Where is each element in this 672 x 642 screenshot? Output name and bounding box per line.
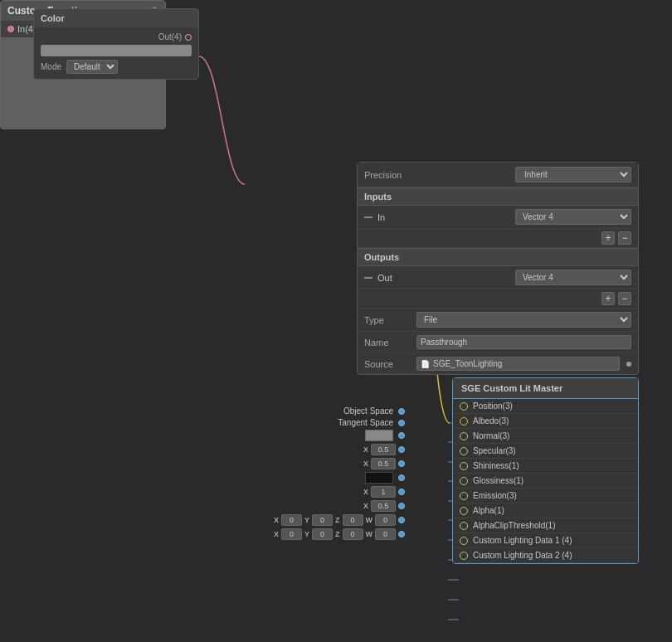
xyzw1-z[interactable] <box>343 514 363 526</box>
sge-port-circle[interactable] <box>460 522 468 530</box>
x05-port-2[interactable] <box>398 460 405 467</box>
xyzw1-w[interactable] <box>375 514 396 526</box>
source-file[interactable]: 📄 SGE_ToonLighting <box>416 357 620 371</box>
object-space-port[interactable] <box>398 408 405 415</box>
type-select-value[interactable]: File <box>416 312 631 328</box>
xyzw1-port[interactable] <box>398 517 405 523</box>
sge-port-label: Shininess(1) <box>473 461 519 470</box>
tangent-space-label: Tangent Space <box>338 418 393 427</box>
x-label-4: X <box>363 502 368 510</box>
outputs-add-remove-row: + − <box>358 289 638 309</box>
x-label-1: X <box>363 445 368 454</box>
sge-port-label: Specular(3) <box>473 446 516 455</box>
w-label-2: W <box>366 530 373 538</box>
xyzw-row-1: X Y Z W <box>274 514 405 526</box>
dash-icon <box>364 216 373 218</box>
name-input[interactable] <box>416 335 631 349</box>
xyzw2-y[interactable] <box>312 528 333 540</box>
in-row-label: In <box>377 212 510 222</box>
source-label: Source <box>364 359 410 369</box>
sge-port-label: Custom Lighting Data 2 (4) <box>473 551 572 560</box>
x05-port-1[interactable] <box>398 446 405 453</box>
x05-port-3[interactable] <box>398 503 405 509</box>
precision-select[interactable]: Inherit <box>515 167 631 182</box>
file-icon: 📄 <box>421 360 430 368</box>
object-space-row: Object Space <box>274 406 405 416</box>
x-label-5: X <box>274 516 279 524</box>
color-black-port[interactable] <box>398 474 405 481</box>
type-label: Type <box>364 315 410 325</box>
mode-label: Mode <box>41 62 61 71</box>
x-input-3[interactable] <box>371 486 396 498</box>
tangent-space-port[interactable] <box>398 420 405 426</box>
sge-port-row: AlphaClipThreshold(1) <box>453 518 638 533</box>
xyzw1-x[interactable] <box>281 514 302 526</box>
color-out-port[interactable] <box>185 34 192 41</box>
fn-in-port: In(4) <box>7 24 37 34</box>
x1-row: X <box>274 486 405 498</box>
dash-icon-out <box>364 277 373 279</box>
x1-port[interactable] <box>398 489 405 495</box>
output-row-out: Out Vector 4 <box>358 266 638 289</box>
in-type-select[interactable]: Vector 4 <box>515 209 631 225</box>
outputs-remove-btn[interactable]: − <box>618 292 631 305</box>
sge-port-circle[interactable] <box>460 432 468 440</box>
sge-port-circle[interactable] <box>460 447 468 455</box>
x-input-1[interactable] <box>371 444 396 455</box>
fn-in-dot[interactable] <box>7 26 14 32</box>
outputs-add-btn[interactable]: + <box>601 292 615 305</box>
color-bar <box>41 45 192 56</box>
inputs-remove-btn[interactable]: − <box>618 231 631 245</box>
color-node-title: Color <box>41 13 65 23</box>
color-gray-port[interactable] <box>398 432 405 439</box>
sge-port-row: Albedo(3) <box>453 414 638 429</box>
color-swatch-gray[interactable] <box>365 430 393 441</box>
inputs-add-remove-row: + − <box>358 229 638 248</box>
precision-panel: Precision Inherit Inputs In Vector 4 + −… <box>357 162 639 375</box>
sge-port-circle[interactable] <box>460 537 468 545</box>
sge-header: SGE Custom Lit Master <box>453 378 638 399</box>
type-row: Type File <box>358 309 638 332</box>
mode-select[interactable]: Default <box>66 60 118 74</box>
source-dot-btn[interactable] <box>626 362 631 367</box>
x-label-3: X <box>363 488 368 496</box>
out-type-select[interactable]: Vector 4 <box>515 270 631 285</box>
x-label-2: X <box>363 460 368 468</box>
xyzw2-z[interactable] <box>343 528 363 540</box>
inputs-add-btn[interactable]: + <box>601 231 615 245</box>
xyzw2-port[interactable] <box>398 531 405 537</box>
y-label-1: Y <box>304 516 309 524</box>
xyzw2-w[interactable] <box>375 528 396 540</box>
sge-port-label: Custom Lighting Data 1 (4) <box>473 536 572 545</box>
sge-ports-container: Position(3)Albedo(3)Normal(3)Specular(3)… <box>453 399 638 563</box>
sge-port-label: Glossiness(1) <box>473 476 523 485</box>
sge-port-circle[interactable] <box>460 462 468 470</box>
color-out-label: Out(4) <box>158 32 182 41</box>
source-value: SGE_ToonLighting <box>433 359 502 368</box>
xyzw1-y[interactable] <box>312 514 333 526</box>
sge-port-circle[interactable] <box>460 477 468 485</box>
sge-port-row: Emission(3) <box>453 489 638 503</box>
sge-port-circle[interactable] <box>460 417 468 426</box>
color-node-header: Color <box>34 9 198 27</box>
object-space-label: Object Space <box>343 406 393 416</box>
xyzw-row-2: X Y Z W <box>274 528 405 540</box>
sge-port-label: Emission(3) <box>473 491 517 500</box>
color-swatch-black[interactable] <box>365 472 393 484</box>
source-row: Source 📄 SGE_ToonLighting <box>358 353 638 374</box>
sge-port-circle[interactable] <box>460 507 468 515</box>
precision-row: Precision Inherit <box>358 163 638 187</box>
x-input-2[interactable] <box>371 458 396 469</box>
x05-row-2: X <box>274 458 405 469</box>
sge-port-row: Glossiness(1) <box>453 474 638 489</box>
x-input-4[interactable] <box>371 500 396 512</box>
sge-port-circle[interactable] <box>460 552 468 560</box>
color-gray-row <box>274 430 405 441</box>
xyzw2-x[interactable] <box>281 528 302 540</box>
y-label-2: Y <box>304 530 309 538</box>
x05-row-3: X <box>274 500 405 512</box>
sge-port-circle[interactable] <box>460 492 468 500</box>
sge-port-circle[interactable] <box>460 402 468 411</box>
z-label-2: Z <box>335 530 340 538</box>
input-row-in: In Vector 4 <box>358 206 638 229</box>
